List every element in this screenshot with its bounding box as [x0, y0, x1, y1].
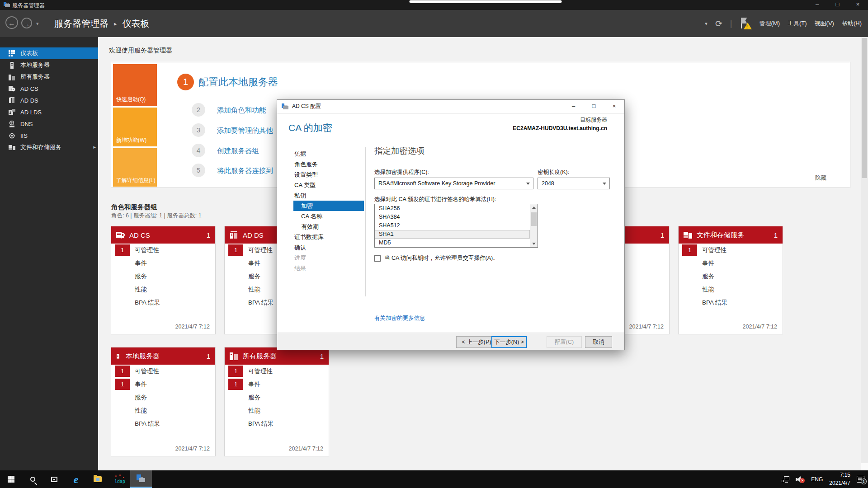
forward-button[interactable]: → [21, 18, 32, 28]
back-button[interactable]: ← [5, 16, 18, 29]
alert-badge[interactable]: 1 [228, 244, 243, 256]
scroll-down-icon[interactable] [532, 243, 536, 245]
scroll-up-icon[interactable] [532, 206, 536, 209]
sidebar-item-iis[interactable]: IIS [0, 130, 98, 141]
content-vertical-scrollbar[interactable] [861, 37, 868, 463]
alert-badge[interactable]: 1 [115, 244, 130, 256]
cancel-button[interactable]: 取消 [585, 336, 612, 348]
wizard-step-setup-type[interactable]: 设置类型 [293, 169, 364, 180]
next-button[interactable]: 下一步(N) > [491, 336, 527, 348]
tile-row-services[interactable]: 服务 [225, 391, 329, 404]
language-indicator[interactable]: ENG [811, 476, 823, 483]
dialog-maximize-button[interactable]: □ [584, 100, 604, 113]
tile-row-performance[interactable]: 性能 [679, 283, 783, 296]
sidebar-item-local-server[interactable]: 本地服务器 [0, 59, 98, 71]
sidebar-item-dns[interactable]: DNS [0, 118, 98, 130]
listbox-scrollbar[interactable] [530, 204, 538, 247]
start-button[interactable] [0, 470, 22, 488]
tile-row-services[interactable]: 服务 [679, 270, 783, 283]
whats-new-block[interactable]: 新增功能(W) [113, 108, 157, 146]
hash-option-sha1[interactable]: SHA1 [375, 230, 530, 239]
hash-option-sha384[interactable]: SHA384 [375, 213, 530, 221]
dialog-minimize-button[interactable]: – [563, 100, 584, 113]
sidebar-item-ad-lds[interactable]: AD LDS [0, 106, 98, 118]
wizard-step-confirmation[interactable]: 确认 [293, 242, 364, 253]
tile-row-events[interactable]: 1事件 [111, 378, 215, 391]
wizard-step-private-key[interactable]: 私钥 [293, 190, 364, 201]
sidebar-item-ad-cs[interactable]: AD CS [0, 83, 98, 94]
tile-row-manageability[interactable]: 1可管理性 [111, 365, 215, 378]
allow-admin-interaction-checkbox[interactable] [374, 255, 381, 262]
taskbar-search-button[interactable] [22, 470, 43, 488]
tile-row-performance[interactable]: 性能 [111, 283, 215, 296]
tile-row-bpa[interactable]: BPA 结果 [111, 296, 215, 309]
tile-row-events[interactable]: 事件 [111, 257, 215, 270]
alert-badge[interactable]: 1 [228, 379, 243, 390]
wizard-step-ca-name[interactable]: CA 名称 [293, 211, 364, 221]
refresh-icon[interactable]: ⟳ [715, 19, 722, 29]
tile-row-performance[interactable]: 性能 [111, 404, 215, 417]
step-4-link[interactable]: 创建服务器组 [217, 146, 259, 156]
alert-badge[interactable]: 1 [115, 379, 130, 390]
tile-row-manageability[interactable]: 1可管理性 [225, 365, 329, 378]
step-3-link[interactable]: 添加要管理的其他 [217, 126, 273, 136]
tile-row-bpa[interactable]: BPA 结果 [225, 417, 329, 430]
menu-tools[interactable]: 工具(T) [788, 19, 807, 28]
taskbar-clock[interactable]: 7:15 2021/4/7 [829, 471, 850, 487]
hash-option-sha256[interactable]: SHA256 [375, 204, 530, 213]
hash-algorithm-listbox[interactable]: SHA256 SHA384 SHA512 SHA1 MD5 [374, 204, 538, 248]
minimize-button[interactable]: – [807, 0, 827, 10]
tile-row-services[interactable]: 服务 [111, 391, 215, 404]
menu-view[interactable]: 视图(V) [815, 19, 834, 28]
scrollbar-thumb[interactable] [862, 38, 867, 178]
learn-more-block[interactable]: 了解详细信息(L) [113, 148, 157, 187]
taskbar-server-manager-button[interactable] [130, 470, 152, 488]
expand-arrow-icon[interactable]: ▸ [93, 144, 96, 150]
hash-option-md5[interactable]: MD5 [375, 239, 530, 247]
tile-local-server-header[interactable]: 本地服务器 1 [111, 347, 215, 365]
sidebar-item-file-storage[interactable]: 文件和存储服务 ▸ [0, 141, 98, 153]
hide-link[interactable]: 隐藏 [815, 174, 826, 182]
listbox-scrollbar-thumb[interactable] [531, 212, 537, 226]
taskbar-explorer-button[interactable] [87, 470, 108, 488]
tile-row-bpa[interactable]: BPA 结果 [111, 417, 215, 430]
wizard-step-cryptography[interactable]: 加密 [293, 201, 364, 211]
taskbar-ie-button[interactable]: e [65, 470, 87, 488]
step-1-link[interactable]: 配置此本地服务器 [198, 75, 278, 89]
tile-row-performance[interactable]: 性能 [225, 404, 329, 417]
wizard-step-validity[interactable]: 有效期 [293, 221, 364, 232]
step-2-link[interactable]: 添加角色和功能 [217, 106, 266, 115]
top-horizontal-scrollbar[interactable] [409, 0, 562, 3]
previous-button[interactable]: < 上一步(P) [456, 336, 497, 348]
sidebar-item-ad-ds[interactable]: AD DS [0, 94, 98, 106]
key-length-dropdown[interactable]: 2048 [538, 178, 610, 189]
quickstart-block[interactable]: 快速启动(Q) [113, 64, 157, 106]
task-view-button[interactable] [43, 470, 65, 488]
notifications-dropdown-icon[interactable]: ▾ [705, 21, 708, 27]
alert-badge[interactable]: 1 [682, 244, 697, 256]
wizard-step-cert-database[interactable]: 证书数据库 [293, 232, 364, 242]
wizard-step-credentials[interactable]: 凭据 [293, 149, 364, 159]
tile-row-manageability[interactable]: 1可管理性 [111, 244, 215, 257]
tile-row-events[interactable]: 1事件 [225, 378, 329, 391]
sidebar-item-dashboard[interactable]: 仪表板 [0, 47, 98, 59]
maximize-button[interactable]: □ [827, 0, 848, 10]
action-center-icon[interactable]: 1 [857, 476, 864, 483]
more-info-link[interactable]: 有关加密的更多信息 [374, 314, 425, 322]
provider-dropdown[interactable]: RSA#Microsoft Software Key Storage Provi… [374, 178, 533, 189]
dialog-close-button[interactable]: × [604, 100, 624, 113]
breadcrumb-root[interactable]: 服务器管理器 [54, 19, 108, 28]
tile-all-servers-header[interactable]: 所有服务器 1 [225, 347, 329, 365]
menu-manage[interactable]: 管理(M) [760, 19, 780, 28]
wizard-step-ca-type[interactable]: CA 类型 [293, 180, 364, 190]
step-5-link[interactable]: 将此服务器连接到 [217, 166, 273, 176]
wizard-step-role-services[interactable]: 角色服务 [293, 159, 364, 169]
notification-flag-warning-icon[interactable] [740, 18, 752, 29]
forward-dropdown-icon[interactable]: ▾ [36, 21, 39, 27]
hash-option-sha512[interactable]: SHA512 [375, 221, 530, 230]
volume-muted-icon[interactable]: ✕ [796, 476, 805, 483]
tile-row-services[interactable]: 服务 [111, 270, 215, 283]
taskbar-ldap-button[interactable]: ldap [108, 470, 130, 488]
sidebar-item-all-servers[interactable]: 所有服务器 [0, 71, 98, 83]
network-icon[interactable] [782, 476, 789, 483]
